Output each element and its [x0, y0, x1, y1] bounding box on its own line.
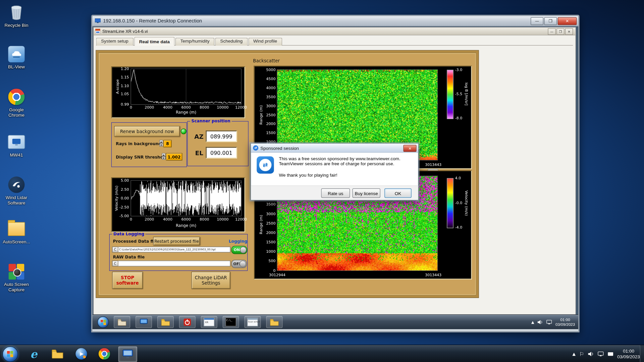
remote-start-button[interactable]	[97, 316, 109, 328]
network-icon[interactable]	[598, 351, 604, 357]
tab-temp-humidity[interactable]: Temp/humidity	[175, 38, 214, 46]
toggle-knob	[239, 261, 246, 267]
snr-value-field[interactable]: 1.002	[166, 153, 182, 161]
app-titlebar[interactable]: StreamLine XR v14-6.vi — ❐ ✕	[94, 27, 575, 35]
desktop-icon-bl-view[interactable]: BL-View	[1, 45, 32, 70]
dialog-close-button[interactable]: ✕	[403, 145, 416, 152]
rays-value-field[interactable]: 8	[163, 140, 171, 147]
toggle-knob	[240, 247, 247, 253]
taskbar-explorer-button[interactable]	[266, 316, 282, 328]
tick-label: 12000	[234, 217, 248, 221]
raw-file-path[interactable]	[118, 261, 230, 266]
snr-spinner[interactable]: ▲▼	[162, 153, 165, 160]
ok-button[interactable]: OK	[384, 188, 412, 198]
rate-us-button[interactable]: Rate us	[321, 188, 350, 198]
taskbar-chrome-button[interactable]	[95, 346, 113, 361]
libraries-folder-icon	[117, 318, 126, 326]
desktop-icon-auto-screen-capture[interactable]: Auto Screen Capture	[1, 263, 32, 293]
desktop-icon-mw41[interactable]: MW41	[1, 133, 32, 158]
tick-label: 3000	[258, 212, 275, 216]
taskbar-command-prompt-button[interactable]: C:\_	[223, 316, 239, 328]
host-clock[interactable]: 01:00 03/09/2023	[617, 348, 640, 359]
remote-clock[interactable]: 01:00 03/09/2023	[555, 317, 575, 327]
hidden-icons-arrow[interactable]: ▲	[531, 320, 534, 324]
keyboard-language-icon[interactable]	[607, 351, 613, 357]
tick-label: 3000	[258, 104, 275, 108]
taskbar-internet-explorer-button[interactable]: e	[24, 346, 43, 361]
taskbar-display-button[interactable]	[136, 316, 152, 328]
taskbar-libraries-button[interactable]	[114, 316, 130, 328]
tick-label: 1.20	[112, 67, 129, 71]
raw-logging-toggle[interactable]: OFF	[231, 260, 247, 268]
system-tray: ▲ ⚐ 01:00 03/09/2023	[572, 345, 640, 362]
path-drive-box[interactable]: C	[112, 261, 118, 266]
tick-label: 4000	[258, 86, 275, 90]
tick-label: 8000	[198, 106, 211, 110]
tick-label: 8000	[198, 217, 211, 221]
start-button[interactable]	[2, 346, 18, 362]
taskbar-windows-explorer-button[interactable]	[48, 346, 66, 361]
ascope-xlabel: Range (m)	[153, 110, 219, 114]
restart-processed-file-button[interactable]: Restart processed file	[153, 237, 200, 246]
power-icon	[183, 318, 191, 326]
el-value-field[interactable]: 090.001	[206, 147, 237, 158]
backscatter-colorbar	[447, 70, 453, 119]
taskbar-scan-scheduler-button[interactable]: Scan sched	[245, 316, 261, 328]
app-minimize-button[interactable]: —	[548, 28, 555, 35]
chrome-icon	[7, 88, 25, 106]
tick-label: 12000	[234, 106, 248, 110]
rdp-restore-button[interactable]: ❐	[544, 17, 557, 25]
rdp-window: 192.168.0.150 - Remote Desktop Connectio…	[91, 15, 580, 333]
desktop-icon-chrome[interactable]: Google Chrome	[1, 88, 32, 118]
desktop: Recycle Bin BL-View Google Chrome MW41 W	[0, 0, 644, 362]
volume-icon[interactable]	[537, 319, 543, 324]
raw-file-path-control[interactable]: C	[112, 261, 230, 266]
processed-file-path-control[interactable]: C C:\Lidar\Data\Proc\2023\202309\2023090…	[112, 247, 230, 252]
rdp-close-button[interactable]: ✕	[558, 17, 577, 25]
dialog-titlebar[interactable]: ⇄ Sponsored session ✕	[251, 144, 418, 153]
show-desktop-button[interactable]	[640, 345, 644, 362]
ascope-plot-canvas	[131, 69, 241, 104]
taskbar-media-player-button[interactable]: ▶	[72, 346, 91, 361]
processed-logging-toggle[interactable]: ON	[231, 246, 247, 254]
taskbar-folder-button[interactable]	[157, 316, 174, 328]
taskbar-remote-desktop-button[interactable]	[118, 346, 137, 362]
taskbar-power-app-button[interactable]	[179, 316, 196, 328]
processed-file-path[interactable]: C:\Lidar\Data\Proc\2023\202309\20230903\…	[118, 247, 230, 252]
rdp-minimize-button[interactable]: —	[531, 17, 543, 25]
teamviewer-icon: ⇄	[253, 145, 258, 150]
action-center-flag-icon[interactable]: ⚐	[579, 351, 584, 357]
renew-background-button[interactable]: Renew background now	[114, 126, 180, 137]
change-lidar-settings-button[interactable]: Change LiDARSettings	[192, 272, 230, 289]
tick-label: 5000	[258, 68, 275, 72]
hidden-icons-arrow[interactable]: ▲	[572, 352, 575, 356]
desktop-icon-recycle-bin[interactable]: Recycle Bin	[1, 3, 32, 28]
dialog-body-text: This was a free session sponsored by www…	[279, 156, 414, 178]
volume-icon[interactable]	[588, 351, 594, 357]
desktop-icon-autoscreen-folder[interactable]: AutoScreen...	[1, 220, 32, 244]
tab-scheduling[interactable]: Scheduling	[215, 38, 248, 46]
path-drive-box[interactable]: C	[112, 247, 118, 252]
tick-label: -2.50	[112, 205, 129, 209]
tab-real-time-data[interactable]: Real time data	[134, 37, 175, 46]
tick-label: 1.05	[112, 92, 129, 96]
network-icon[interactable]	[546, 319, 552, 324]
app-close-button[interactable]: ✕	[565, 28, 573, 35]
tick-label: 500	[258, 259, 275, 263]
tab-system-setup[interactable]: System setup	[96, 38, 133, 46]
buy-license-button[interactable]: Buy license	[353, 188, 380, 198]
desktop-icon-wind-lidar[interactable]: Wind Lidar Software	[1, 176, 32, 205]
app-restore-button[interactable]: ❐	[556, 28, 564, 35]
az-value-field[interactable]: 089.999	[206, 130, 237, 142]
taskbar-xr-window-button[interactable]: XR	[201, 316, 217, 328]
el-label: EL	[195, 149, 203, 157]
rdp-titlebar[interactable]: 192.168.0.150 - Remote Desktop Connectio…	[93, 16, 579, 26]
tick-label: 2000	[258, 231, 275, 235]
rays-spinner[interactable]: ▲▼	[159, 140, 163, 147]
desktop-icon-label: MW41	[1, 152, 32, 158]
tick-label: 6000	[179, 106, 193, 110]
scanner-position-title: Scanner position	[190, 119, 232, 123]
stop-software-button[interactable]: STOPsoftware	[112, 272, 143, 289]
tab-wind-profile[interactable]: Wind profile	[248, 38, 282, 46]
logging-label: Logging	[229, 239, 247, 243]
